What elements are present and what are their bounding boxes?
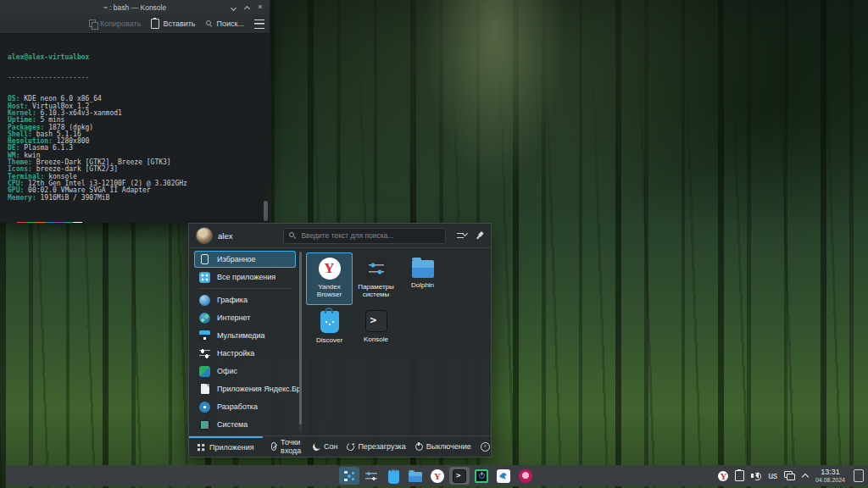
page-icon [201, 384, 209, 394]
bookmark-icon [201, 254, 209, 264]
network-icon [784, 471, 795, 480]
tray-yandex-button[interactable] [718, 471, 728, 481]
pin-icon[interactable] [474, 230, 486, 241]
sort-icon[interactable] [457, 231, 467, 240]
kde-launcher-icon [342, 469, 356, 483]
task-blue-bird-app-button[interactable] [493, 467, 514, 485]
sidebar-item-graphics[interactable]: Графика [194, 291, 296, 308]
favorite-discover[interactable]: Discover [306, 305, 353, 358]
sidebar-item-settings[interactable]: Настройка [194, 345, 296, 362]
more-options-button[interactable]: ‹ [481, 442, 490, 452]
sidebar-item-multimedia[interactable]: Мультимедиа [194, 327, 296, 344]
terminal-area[interactable]: alex@alex-virtualbox -------------------… [0, 34, 270, 223]
show-desktop-button[interactable] [854, 469, 864, 482]
task-system-settings-button[interactable] [361, 467, 381, 485]
task-discover-button[interactable] [383, 467, 403, 485]
yandex-icon [319, 258, 341, 280]
restart-button[interactable]: Перезагрузка [347, 442, 405, 451]
maximize-button[interactable] [241, 2, 253, 13]
copy-button[interactable]: Копировать [89, 19, 141, 28]
close-button[interactable]: × [254, 2, 266, 13]
favorite-system-settings[interactable]: Параметры системы [353, 252, 399, 305]
close-icon: × [258, 3, 262, 11]
blue-bird-icon [497, 469, 510, 483]
scrollbar-handle[interactable] [264, 201, 268, 221]
tray-expand-button[interactable] [802, 474, 809, 479]
digital-clock[interactable]: 13:31 04.08.2024 [815, 469, 845, 484]
tab-applications[interactable]: Приложения [189, 436, 263, 457]
tab-places[interactable]: Точки входа [263, 436, 313, 457]
green-power-icon [475, 469, 488, 483]
user-avatar[interactable] [196, 227, 213, 244]
search-icon [289, 232, 297, 240]
appgrid-icon [199, 272, 210, 283]
dolphin-icon [409, 472, 422, 482]
sidebar-item-internet[interactable]: Интернет [194, 309, 296, 326]
hamburger-icon [254, 19, 264, 29]
sliders-icon [199, 348, 210, 359]
launcher-body: ИзбранноеВсе приложенияГрафикаИнтернетМу… [189, 248, 491, 435]
grid-icon [198, 444, 205, 452]
sidebar-item-label: Офис [217, 367, 237, 375]
shutdown-button[interactable]: Выключение [415, 442, 471, 451]
search-button[interactable]: Поиск... [206, 19, 244, 28]
search-placeholder: Введите текст для поиска... [301, 231, 393, 240]
sidebar-item-label: Графика [217, 296, 248, 304]
konsole-titlebar[interactable]: ~ : bash — Konsole × [0, 0, 270, 14]
user-name: alex [218, 231, 232, 241]
sidebar-item-label: Мультимедиа [217, 331, 265, 340]
terminal-scrollbar[interactable] [264, 68, 268, 221]
sidebar-item-all-apps[interactable]: Все приложения [194, 269, 296, 286]
task-yandex-browser-button[interactable] [427, 467, 448, 485]
app-launcher-popup: alex Введите текст для поиска... Избранн… [188, 223, 492, 458]
task-green-power-app-button[interactable] [471, 467, 492, 485]
clipboard-icon [735, 470, 744, 481]
favorite-yandex-browser[interactable]: Yandex Browser [306, 252, 353, 305]
search-input[interactable]: Введите текст для поиска... [283, 228, 446, 244]
task-dolphin-button[interactable] [405, 467, 426, 485]
clipboard-button[interactable] [735, 470, 744, 481]
internet-icon [199, 313, 210, 324]
menu-button[interactable] [254, 19, 264, 29]
network-button[interactable] [784, 471, 795, 480]
sleep-button[interactable]: Сон [313, 442, 337, 451]
favorite-label: Konsole [354, 336, 398, 343]
paste-button[interactable]: Вставить [151, 19, 195, 29]
office-icon [199, 366, 210, 377]
task-pink-disc-app-button[interactable] [515, 467, 536, 485]
launcher-scrollbar[interactable] [299, 252, 302, 432]
taskbar-panel: us 13:31 04.08.2024 [7, 465, 868, 486]
sidebar-item-yandex-apps[interactable]: Приложения Яндекс.Бра... [194, 380, 296, 397]
task-app-launcher-button[interactable] [339, 467, 359, 485]
favorite-label: Discover [308, 336, 352, 344]
scrollbar-handle[interactable] [299, 252, 302, 424]
sidebar-item-development[interactable]: Разработка [194, 398, 296, 415]
sidebar-item-favorites[interactable]: Избранное [194, 251, 296, 268]
palette-swatch [45, 222, 54, 223]
sidebar-item-system[interactable]: Система [194, 416, 296, 433]
palette-swatch [36, 222, 45, 223]
volume-button[interactable] [751, 471, 761, 480]
discover-icon [320, 311, 339, 333]
window-buttons: × [227, 2, 270, 13]
sidebar-item-office[interactable]: Офис [194, 363, 296, 380]
favorite-label: Параметры системы [354, 283, 398, 298]
palette-swatch [73, 222, 82, 223]
favorite-dolphin[interactable]: Dolphin [399, 252, 446, 305]
launcher-header: alex Введите текст для поиска... [189, 224, 491, 248]
task-konsole-button[interactable] [449, 467, 470, 485]
palette-swatch [17, 222, 26, 223]
sidebar-separator [199, 288, 291, 289]
keyboard-layout-button[interactable]: us [768, 471, 777, 480]
launcher-sidebar: ИзбранноеВсе приложенияГрафикаИнтернетМу… [189, 248, 299, 435]
palette-swatch [26, 222, 36, 223]
terminal-info-line: DE: Plasma 6.1.3 [8, 145, 270, 152]
yandex-icon [431, 469, 444, 483]
chevron-up-icon [244, 4, 250, 10]
sidebar-item-utilities[interactable]: Служебные [194, 434, 296, 435]
favorite-konsole[interactable]: Konsole [353, 305, 399, 358]
sidebar-item-label: Избранное [217, 255, 256, 263]
favorite-label: Yandex Browser [308, 283, 352, 298]
minimize-button[interactable] [227, 2, 239, 13]
yandex-icon [718, 471, 728, 481]
